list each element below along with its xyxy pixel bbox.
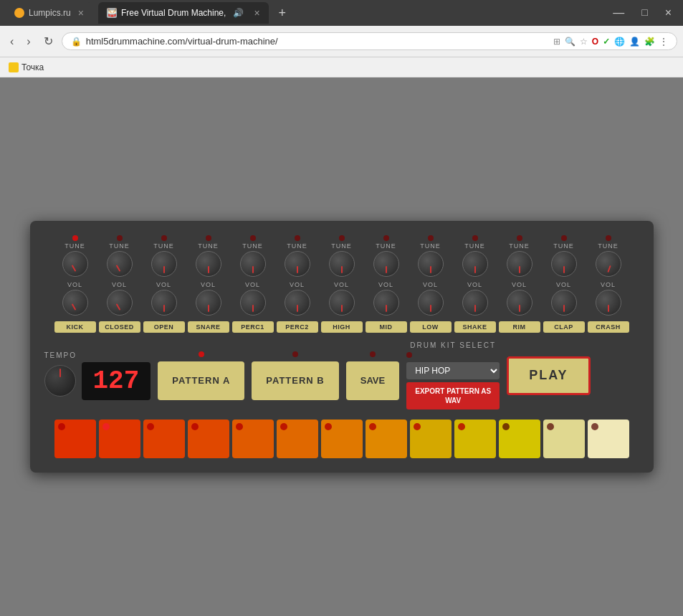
dot-col-6 <box>321 235 363 241</box>
tempo-knob[interactable] <box>44 365 76 397</box>
tune-knob-2[interactable] <box>151 251 177 277</box>
pad-2[interactable] <box>143 420 185 458</box>
knob-col-vol-4: VOL <box>232 281 274 316</box>
vol-knob-7[interactable] <box>373 290 399 316</box>
tune-knob-12[interactable] <box>596 251 621 277</box>
vol-knob-2[interactable] <box>151 290 177 316</box>
indicator-dot-1 <box>117 235 123 241</box>
vol-label-9: VOL <box>467 281 482 288</box>
tab-drum[interactable]: 🥁 Free Virtual Drum Machine, 🔊 × <box>98 2 269 24</box>
maximize-button[interactable]: □ <box>636 6 653 19</box>
opera-icon: O <box>592 37 598 47</box>
vol-knob-12[interactable] <box>596 290 621 316</box>
address-bar[interactable]: 🔒 html5drummachine.com/virtual-drum-mach… <box>62 32 677 50</box>
tune-knob-3[interactable] <box>196 251 221 277</box>
inst-low[interactable]: LOW <box>410 321 452 333</box>
inst-high[interactable]: HIGH <box>321 321 363 333</box>
save-button[interactable]: SAVE <box>346 361 399 400</box>
vol-knob-3[interactable] <box>196 290 221 316</box>
tune-knob-11[interactable] <box>551 251 577 277</box>
tab-close-1[interactable]: × <box>78 7 84 19</box>
pad-10[interactable] <box>499 420 540 458</box>
refresh-button[interactable]: ↻ <box>39 32 57 51</box>
dot-col-3 <box>188 235 229 241</box>
inst-clap[interactable]: CLAP <box>543 321 585 333</box>
tune-knob-0[interactable] <box>62 251 88 277</box>
pattern-a-col: PATTERN A <box>158 351 244 400</box>
globe-icon: 🌐 <box>614 37 625 47</box>
inst-open[interactable]: OPEN <box>143 321 185 333</box>
indicator-dot-9 <box>472 235 478 241</box>
indicator-dot-2 <box>161 235 167 241</box>
tune-knob-1[interactable] <box>107 251 133 277</box>
pattern-b-col: PATTERN B <box>252 351 338 400</box>
pad-5[interactable] <box>277 420 318 458</box>
tune-knob-10[interactable] <box>507 251 532 277</box>
pad-1[interactable] <box>99 420 140 458</box>
export-button[interactable]: EXPORT PATTERN AS WAV <box>406 382 500 409</box>
inst-snare[interactable]: SNARE <box>188 321 229 333</box>
vol-knob-0[interactable] <box>62 290 88 316</box>
inst-shake[interactable]: SHAKE <box>454 321 496 333</box>
vol-knob-1[interactable] <box>107 290 133 316</box>
pattern-a-dot <box>199 351 204 357</box>
pad-3[interactable] <box>188 420 229 458</box>
new-tab-button[interactable]: + <box>274 6 291 21</box>
drum-kit-select[interactable]: HIP HOP ROCK ELECTRONIC <box>406 362 500 379</box>
vol-knob-8[interactable] <box>418 290 444 316</box>
tune-knob-6[interactable] <box>329 251 355 277</box>
forward-button[interactable]: › <box>22 32 34 51</box>
back-button[interactable]: ‹ <box>6 32 18 51</box>
tune-knob-5[interactable] <box>285 251 310 277</box>
instrument-labels-row: KICK CLOSED OPEN SNARE PERC1 PERC2 HIGH … <box>44 321 639 333</box>
tune-knob-7[interactable] <box>373 251 399 277</box>
knob-col-vol-11: VOL <box>543 281 585 316</box>
inst-crash[interactable]: CRASH <box>588 321 629 333</box>
pattern-a-button[interactable]: PATTERN A <box>158 361 244 400</box>
pad-11[interactable] <box>543 420 585 458</box>
pad-8[interactable] <box>410 420 452 458</box>
vol-knob-11[interactable] <box>551 290 577 316</box>
tune-label-2: TUNE <box>153 242 174 250</box>
vol-knob-10[interactable] <box>507 290 532 316</box>
vol-knob-6[interactable] <box>329 290 355 316</box>
pad-0[interactable] <box>54 420 96 458</box>
vol-knob-9[interactable] <box>462 290 488 316</box>
pad-dot-8 <box>414 423 421 430</box>
tempo-label: TEMPO <box>44 351 77 359</box>
vol-tick-0 <box>71 303 76 311</box>
bookmark-item[interactable]: Точка <box>9 62 44 72</box>
vol-label-10: VOL <box>512 281 527 288</box>
knob-tick-2 <box>163 266 165 273</box>
tune-knob-4[interactable] <box>240 251 266 277</box>
inst-closed[interactable]: CLOSED <box>99 321 140 333</box>
pad-4[interactable] <box>232 420 274 458</box>
pad-7[interactable] <box>366 420 407 458</box>
pad-9[interactable] <box>454 420 496 458</box>
knob-tick-3 <box>208 266 209 273</box>
inst-rim[interactable]: RIM <box>499 321 540 333</box>
vol-knob-5[interactable] <box>285 290 310 316</box>
kit-section: DRUM KIT SELECT HIP HOP ROCK ELECTRONIC … <box>406 341 500 409</box>
inst-perc2[interactable]: PERC2 <box>277 321 318 333</box>
inst-mid[interactable]: MID <box>366 321 407 333</box>
controls-row: TEMPO 127 PATTERN A PATTERN B <box>44 341 639 409</box>
minimize-button[interactable]: — <box>607 6 630 19</box>
vol-knob-4[interactable] <box>240 290 266 316</box>
knob-tick-7 <box>386 266 387 273</box>
inst-perc1[interactable]: PERC1 <box>232 321 274 333</box>
tune-label-11: TUNE <box>553 242 574 250</box>
close-button[interactable]: × <box>659 6 677 19</box>
tune-knob-9[interactable] <box>462 251 488 277</box>
vol-knobs-row: VOL VOL VOL VOL VOL <box>44 281 639 316</box>
pad-12[interactable] <box>588 420 629 458</box>
inst-kick[interactable]: KICK <box>54 321 96 333</box>
vol-label-4: VOL <box>245 281 260 288</box>
tab-close-2[interactable]: × <box>254 7 259 19</box>
tune-knob-8[interactable] <box>418 251 444 277</box>
pad-6[interactable] <box>321 420 363 458</box>
play-button[interactable]: PLAY <box>507 356 590 395</box>
pattern-b-button[interactable]: PATTERN B <box>252 361 338 400</box>
tune-label-1: TUNE <box>109 242 130 250</box>
tab-lumpics[interactable]: Lumpics.ru × <box>6 2 92 24</box>
